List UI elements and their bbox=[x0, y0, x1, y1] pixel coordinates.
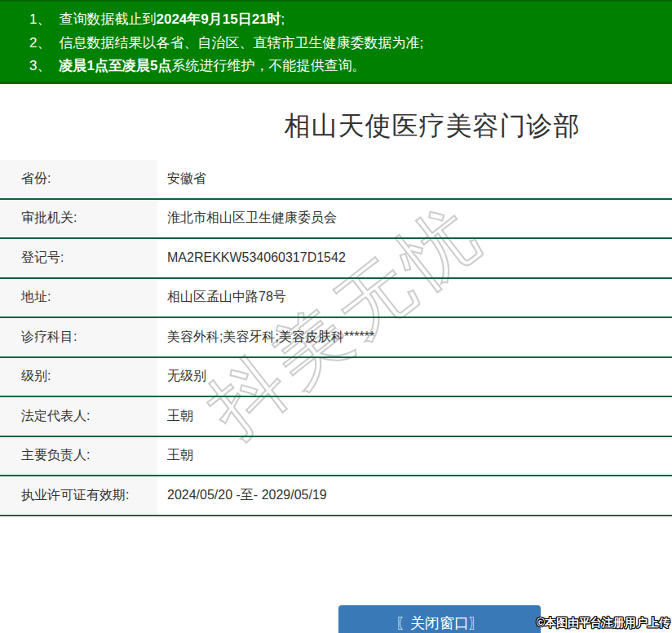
row-label: 法定代表人: bbox=[0, 397, 157, 436]
table-row-license-validity: 执业许可证有效期: 2024/05/20 -至- 2029/05/19 bbox=[0, 476, 672, 516]
table-row-main-person-in-charge: 主要负责人: 王朝 bbox=[0, 437, 672, 477]
notice-line-1-post: ; bbox=[281, 11, 285, 27]
row-value: 相山区孟山中路78号 bbox=[157, 279, 672, 317]
row-value: 2024/05/20 -至- 2029/05/19 bbox=[157, 476, 672, 515]
notice-line-3-number: 3、 bbox=[29, 58, 51, 73]
notice-line-3-post: 系统进行维护，不能提供查询。 bbox=[171, 58, 365, 73]
uploaded-by-note: ©本图由平台注册用户上传 bbox=[537, 616, 670, 631]
row-label: 执业许可证有效期: bbox=[0, 476, 157, 515]
row-label: 级别: bbox=[0, 358, 157, 396]
row-label: 地址: bbox=[0, 279, 157, 317]
table-row-level: 级别: 无级别 bbox=[0, 358, 672, 398]
table-row-registration-number: 登记号: MA2REKKW534060317D1542 bbox=[0, 239, 672, 279]
table-row-treatment-subjects: 诊疗科目: 美容外科;美容牙科;美容皮肤科****** bbox=[0, 318, 672, 358]
row-value: 王朝 bbox=[157, 397, 672, 436]
table-row-approval-authority: 审批机关: 淮北市相山区卫生健康委员会 bbox=[0, 200, 672, 240]
row-label: 登记号: bbox=[0, 239, 157, 277]
notice-line-3-bold: 凌晨1点至凌晨5点 bbox=[59, 58, 171, 73]
notice-line-2-number: 2、 bbox=[29, 35, 51, 51]
notice-line-1-number: 1、 bbox=[29, 11, 51, 27]
row-label: 诊疗科目: bbox=[0, 318, 157, 356]
notice-line-3: 3、凌晨1点至凌晨5点系统进行维护，不能提供查询。 bbox=[29, 55, 656, 78]
notice-line-2-text: 信息数据结果以各省、自治区、直辖市卫生健康委数据为准; bbox=[59, 35, 423, 51]
row-value: 安徽省 bbox=[157, 160, 672, 198]
institution-info-table: 省份: 安徽省 审批机关: 淮北市相山区卫生健康委员会 登记号: MA2REKK… bbox=[0, 160, 672, 516]
title-wrap: 相山天使医疗美容门诊部 bbox=[0, 84, 672, 144]
notice-line-1: 1、查询数据截止到2024年9月15日21时; bbox=[29, 8, 656, 32]
row-value: 美容外科;美容牙科;美容皮肤科****** bbox=[157, 318, 672, 356]
row-value: 王朝 bbox=[157, 437, 672, 476]
close-window-button[interactable]: 〖关闭窗口〗 bbox=[338, 605, 541, 633]
notice-line-1-bold: 2024年9月15日21时 bbox=[156, 11, 281, 27]
table-row-legal-representative: 法定代表人: 王朝 bbox=[0, 397, 672, 437]
table-row-address: 地址: 相山区孟山中路78号 bbox=[0, 279, 672, 319]
table-row-province: 省份: 安徽省 bbox=[0, 160, 672, 200]
row-value: 淮北市相山区卫生健康委员会 bbox=[157, 200, 672, 238]
row-value: 无级别 bbox=[157, 358, 672, 396]
notice-line-1-text: 查询数据截止到 bbox=[59, 11, 156, 27]
row-label: 省份: bbox=[0, 160, 157, 198]
notice-line-2: 2、信息数据结果以各省、自治区、直辖市卫生健康委数据为准; bbox=[29, 32, 656, 55]
notice-banner: 1、查询数据截止到2024年9月15日21时; 2、信息数据结果以各省、自治区、… bbox=[0, 0, 672, 84]
row-label: 审批机关: bbox=[0, 200, 157, 238]
row-label: 主要负责人: bbox=[0, 437, 157, 476]
page-title: 相山天使医疗美容门诊部 bbox=[285, 108, 581, 144]
row-value: MA2REKKW534060317D1542 bbox=[157, 239, 672, 277]
